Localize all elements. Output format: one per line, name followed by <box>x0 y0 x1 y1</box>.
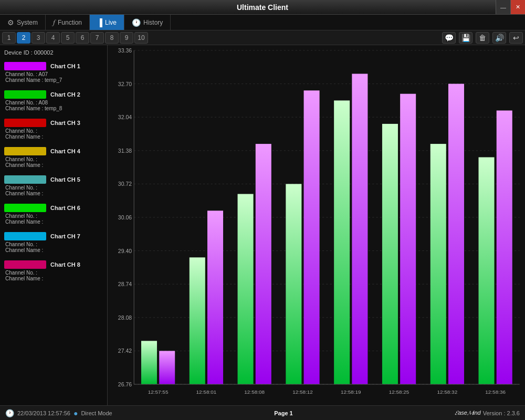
svg-rect-39 <box>400 94 416 384</box>
svg-text:12:58:01: 12:58:01 <box>196 389 217 395</box>
tab-history[interactable]: 🕐 History <box>124 15 171 30</box>
toolbar-icons: 💬 💾 🗑 🔊 ↩ <box>442 32 523 44</box>
legend-chno-ch6: Channel No. : <box>4 213 103 219</box>
clock-icon: 🕐 <box>5 409 14 417</box>
svg-rect-42 <box>448 84 464 384</box>
legend-item-ch4: Chart CH 4 Channel No. : Channel Name : <box>0 145 107 173</box>
svg-rect-44 <box>479 158 495 384</box>
save-button[interactable]: 💾 <box>459 32 472 44</box>
legend-label-ch6: Chart CH 6 <box>50 205 80 211</box>
legend-chname-ch3: Channel Name : <box>4 134 103 140</box>
page-tab-1[interactable]: 1 <box>2 32 16 44</box>
legend-chno-ch4: Channel No. : <box>4 156 103 162</box>
window-controls: — ✕ <box>496 0 525 14</box>
legend-chno-ch2: Channel No. : A08 <box>4 100 103 106</box>
sound-button[interactable]: 🔊 <box>492 32 506 44</box>
legend-color-ch3 <box>4 119 46 127</box>
legend-chno-ch8: Channel No. : <box>4 270 103 276</box>
chart-svg: 26.7627.4228.0828.7429.4030.0630.7231.38… <box>108 45 525 405</box>
legend-chno-ch5: Channel No. : <box>4 185 103 191</box>
svg-text:12:58:12: 12:58:12 <box>292 389 313 395</box>
tab-system-label: System <box>17 19 38 26</box>
page-tab-7[interactable]: 7 <box>90 32 104 44</box>
easemind-logo: 𝓔ase𝓜ind <box>455 410 480 416</box>
device-id: Device ID : 000002 <box>0 47 107 60</box>
legend-chname-ch4: Channel Name : <box>4 162 103 168</box>
live-icon: ▐ <box>97 18 102 27</box>
page-tab-5[interactable]: 5 <box>61 32 75 44</box>
svg-text:12:58:19: 12:58:19 <box>341 389 361 395</box>
legend-color-ch5 <box>4 175 46 184</box>
tab-live-label: Live <box>105 19 117 26</box>
page-tab-4[interactable]: 4 <box>46 32 60 44</box>
legend-chname-ch1: Channel Name : temp_7 <box>4 77 103 83</box>
legend-header-ch7: Chart CH 7 <box>4 232 103 240</box>
status-datetime: 22/03/2013 12:57:56 <box>17 410 70 416</box>
legend-header-ch2: Chart CH 2 <box>4 90 103 99</box>
page-tab-10[interactable]: 10 <box>134 32 148 44</box>
top-nav: ⚙ System 𝑓 Function ▐ Live 🕐 History <box>0 15 525 30</box>
tab-live[interactable]: ▐ Live <box>90 15 124 30</box>
status-page: Page 1 <box>274 410 292 416</box>
svg-text:33.36: 33.36 <box>118 48 132 54</box>
legend-panel: Device ID : 000002 Chart CH 1 Channel No… <box>0 45 108 405</box>
chart-area: 26.7627.4228.0828.7429.4030.0630.7231.38… <box>108 45 525 405</box>
page-tab-3[interactable]: 3 <box>32 32 45 44</box>
page-tab-6[interactable]: 6 <box>76 32 89 44</box>
svg-rect-45 <box>497 110 512 384</box>
page-tab-9[interactable]: 9 <box>120 32 133 44</box>
legend-item-ch6: Chart CH 6 Channel No. : Channel Name : <box>0 202 107 230</box>
legend-chno-ch3: Channel No. : <box>4 128 103 134</box>
legend-color-ch2 <box>4 90 46 99</box>
function-icon: 𝑓 <box>53 18 55 27</box>
legend-color-ch6 <box>4 204 46 212</box>
svg-text:32.70: 32.70 <box>118 81 132 87</box>
tab-system[interactable]: ⚙ System <box>0 15 46 30</box>
mode-icon: ● <box>74 409 78 417</box>
legend-item-ch1: Chart CH 1 Channel No. : A07 Channel Nam… <box>0 60 107 88</box>
legend-chname-ch6: Channel Name : <box>4 219 103 225</box>
status-left: 🕐 22/03/2013 12:57:56 ● Direct Mode <box>5 409 112 417</box>
svg-rect-32 <box>286 184 301 384</box>
svg-text:29.40: 29.40 <box>118 248 132 254</box>
status-mode: Direct Mode <box>81 410 112 416</box>
legend-header-ch4: Chart CH 4 <box>4 147 103 155</box>
legend-color-ch1 <box>4 62 46 70</box>
svg-rect-26 <box>190 257 205 384</box>
legend-color-ch4 <box>4 147 46 155</box>
legend-chname-ch5: Channel Name : <box>4 191 103 196</box>
status-right: 𝓔ase𝓜ind Version : 2.3.6 <box>455 410 520 416</box>
legend-label-ch3: Chart CH 3 <box>50 120 80 126</box>
page-tab-8[interactable]: 8 <box>105 32 119 44</box>
legend-header-ch5: Chart CH 5 <box>4 175 103 184</box>
status-bar: 🕐 22/03/2013 12:57:56 ● Direct Mode Page… <box>0 405 525 420</box>
svg-text:26.76: 26.76 <box>118 382 132 387</box>
delete-button[interactable]: 🗑 <box>476 32 489 44</box>
page-nav: 1 2 3 4 5 6 7 8 9 10 💬 💾 🗑 🔊 ↩ <box>0 30 525 45</box>
comment-button[interactable]: 💬 <box>442 32 456 44</box>
legend-label-ch5: Chart CH 5 <box>50 176 80 183</box>
app-title: Ultimate Client <box>237 3 288 12</box>
svg-rect-38 <box>382 124 398 384</box>
svg-rect-36 <box>352 74 368 384</box>
legend-chno-ch7: Channel No. : <box>4 242 103 247</box>
legend-label-ch7: Chart CH 7 <box>50 233 80 239</box>
svg-text:31.38: 31.38 <box>118 148 132 154</box>
legend-chname-ch8: Channel Name : <box>4 276 103 281</box>
close-button[interactable]: ✕ <box>510 0 525 14</box>
svg-text:12:57:55: 12:57:55 <box>148 389 169 395</box>
svg-text:30.06: 30.06 <box>118 215 132 220</box>
legend-label-ch2: Chart CH 2 <box>50 91 80 98</box>
main-content: Device ID : 000002 Chart CH 1 Channel No… <box>0 45 525 405</box>
svg-text:27.42: 27.42 <box>118 349 132 354</box>
legend-color-ch8 <box>4 260 46 269</box>
minimize-button[interactable]: — <box>496 0 510 14</box>
tab-function-label: Function <box>58 19 82 26</box>
svg-text:28.08: 28.08 <box>118 315 132 321</box>
page-tab-2[interactable]: 2 <box>17 32 30 44</box>
undo-button[interactable]: ↩ <box>509 32 523 44</box>
svg-rect-24 <box>159 351 175 384</box>
svg-text:30.72: 30.72 <box>118 182 132 187</box>
tab-function[interactable]: 𝑓 Function <box>46 15 90 30</box>
svg-rect-29 <box>238 194 254 384</box>
